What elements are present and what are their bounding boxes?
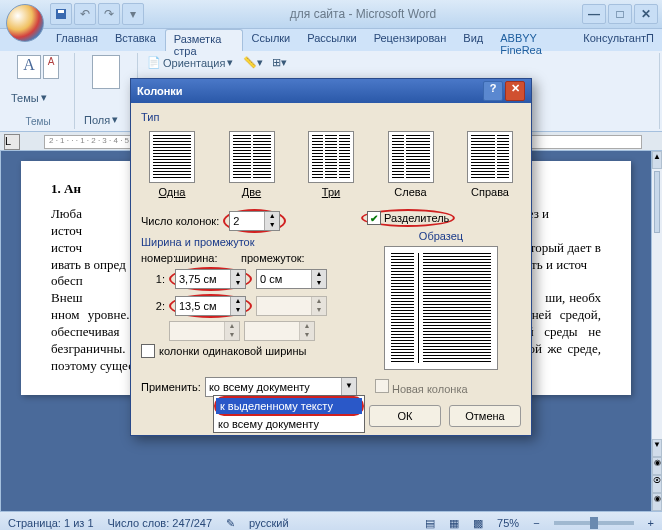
spin-down-icon[interactable]: ▼: [265, 221, 279, 230]
scroll-down-icon[interactable]: ▼: [652, 439, 662, 457]
sample-label: Образец: [361, 230, 521, 242]
margins-button[interactable]: Поля ▾: [81, 112, 131, 127]
status-bar: Страница: 1 из 1 Число слов: 247/247 ✎ р…: [0, 511, 662, 530]
columns-dialog: Колонки ? ✕ Тип Одна Две Три Слева Справ…: [130, 78, 532, 436]
view-read-icon[interactable]: ▦: [449, 517, 459, 530]
chevron-down-icon[interactable]: ▼: [341, 378, 356, 396]
save-icon[interactable]: [50, 3, 72, 25]
gap-2-spinner[interactable]: ▲▼: [256, 296, 327, 316]
title-bar: ↶ ↷ ▾ для сайта - Microsoft Word — □ ✕: [0, 0, 662, 29]
cancel-button[interactable]: Отмена: [449, 405, 521, 427]
width-gap-label: Ширина и промежуток: [141, 236, 347, 248]
close-button[interactable]: ✕: [634, 4, 658, 24]
dialog-help-button[interactable]: ?: [483, 81, 503, 101]
separator-label: Разделитель: [384, 212, 449, 224]
zoom-out-icon[interactable]: −: [533, 517, 539, 529]
status-lang[interactable]: русский: [249, 517, 288, 529]
tab-layout[interactable]: Разметка стра: [165, 29, 243, 51]
tab-view[interactable]: Вид: [455, 29, 491, 51]
vertical-scrollbar[interactable]: ▲ ▼ ◉ ⦿ ◉: [651, 151, 662, 511]
qat-dropdown-icon[interactable]: ▾: [122, 3, 144, 25]
width-2-spinner[interactable]: ▲▼: [175, 296, 246, 316]
dialog-title: Колонки: [137, 85, 183, 97]
orientation-button[interactable]: 📄 Ориентация ▾ 📏▾ ⊞▾: [144, 55, 653, 70]
minimize-button[interactable]: —: [582, 4, 606, 24]
view-print-icon[interactable]: ▤: [425, 517, 435, 530]
preset-one[interactable]: Одна: [149, 131, 195, 198]
sample-preview: [384, 246, 498, 370]
office-button[interactable]: [6, 4, 44, 42]
status-page[interactable]: Страница: 1 из 1: [8, 517, 94, 529]
tab-abbyy[interactable]: ABBYY FineRea: [492, 29, 574, 51]
tab-mailings[interactable]: Рассылки: [299, 29, 364, 51]
zoom-slider[interactable]: [554, 521, 634, 525]
window-title: для сайта - Microsoft Word: [144, 7, 582, 21]
browse-object-icon[interactable]: ⦿: [652, 475, 662, 493]
apply-option-all[interactable]: ко всему документу: [214, 416, 364, 432]
gap-1-spinner[interactable]: ▲▼: [256, 269, 327, 289]
spin-up-icon[interactable]: ▲: [265, 212, 279, 221]
prev-page-icon[interactable]: ◉: [652, 457, 662, 475]
preset-two[interactable]: Две: [229, 131, 275, 198]
dialog-close-button[interactable]: ✕: [505, 81, 525, 101]
tab-consultant[interactable]: КонсультантП: [575, 29, 662, 51]
num-columns-spinner[interactable]: ▲▼: [229, 211, 280, 231]
next-page-icon[interactable]: ◉: [652, 493, 662, 511]
separator-checkbox[interactable]: ✔: [367, 211, 381, 225]
width-1-spinner[interactable]: ▲▼: [175, 269, 246, 289]
num-columns-input[interactable]: [230, 212, 264, 230]
apply-to-list[interactable]: к выделенному тексту ко всему документу: [213, 395, 365, 433]
undo-icon[interactable]: ↶: [74, 3, 96, 25]
themes-button[interactable]: Темы ▾: [8, 90, 68, 105]
equal-width-label: колонки одинаковой ширины: [159, 345, 307, 357]
tab-insert[interactable]: Вставка: [107, 29, 164, 51]
preset-three[interactable]: Три: [308, 131, 354, 198]
tab-review[interactable]: Рецензирован: [366, 29, 455, 51]
scroll-up-icon[interactable]: ▲: [652, 151, 662, 169]
scroll-thumb[interactable]: [654, 171, 660, 233]
apply-option-selected[interactable]: к выделенному тексту: [216, 398, 362, 414]
num-columns-label: Число колонок:: [141, 215, 219, 227]
tab-references[interactable]: Ссылки: [244, 29, 299, 51]
type-group-label: Тип: [141, 111, 521, 123]
view-web-icon[interactable]: ▩: [473, 517, 483, 530]
status-words[interactable]: Число слов: 247/247: [108, 517, 213, 529]
margins-icon[interactable]: [92, 55, 120, 89]
ok-button[interactable]: ОК: [369, 405, 441, 427]
preset-right[interactable]: Справа: [467, 131, 513, 198]
equal-width-checkbox[interactable]: [141, 344, 155, 358]
tab-home[interactable]: Главная: [48, 29, 106, 51]
ribbon-tabs: Главная Вставка Разметка стра Ссылки Рас…: [0, 29, 662, 51]
redo-icon[interactable]: ↷: [98, 3, 120, 25]
maximize-button[interactable]: □: [608, 4, 632, 24]
spellcheck-icon[interactable]: ✎: [226, 517, 235, 530]
svg-rect-1: [58, 10, 64, 13]
zoom-in-icon[interactable]: +: [648, 517, 654, 529]
apply-label: Применить:: [141, 381, 201, 393]
dialog-titlebar[interactable]: Колонки ? ✕: [131, 79, 531, 103]
group-themes-label: Темы: [8, 116, 68, 127]
quick-access-toolbar: ↶ ↷ ▾: [50, 3, 144, 25]
apply-to-dropdown[interactable]: ко всему документу ▼: [205, 377, 357, 397]
preset-left[interactable]: Слева: [388, 131, 434, 198]
zoom-level[interactable]: 75%: [497, 517, 519, 529]
tab-selector[interactable]: L: [4, 134, 20, 150]
new-column-checkbox: [375, 379, 389, 393]
